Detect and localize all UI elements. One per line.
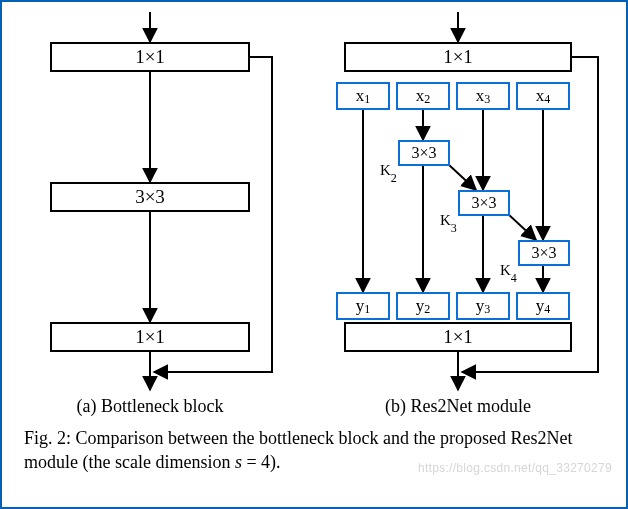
conv-label: 1×1 [135, 46, 165, 68]
conv-label: 1×1 [443, 326, 473, 348]
idx: 4 [544, 302, 550, 317]
idx: 1 [364, 92, 370, 107]
conv-label: 1×1 [135, 326, 165, 348]
subcaption-a: (a) Bottleneck block [20, 396, 280, 417]
conv-label: 3×3 [411, 144, 436, 162]
concat-y2: y2 [396, 292, 450, 320]
conv-1x1-top: 1×1 [50, 42, 250, 72]
split-x4: x4 [516, 82, 570, 110]
conv-3x3-k3: 3×3 [458, 190, 510, 216]
diagram-row: 1×1 3×3 1×1 (a) Bottleneck block [12, 12, 616, 412]
conv-3x3-k2: 3×3 [398, 140, 450, 166]
conv-3x3-k4: 3×3 [518, 240, 570, 266]
conv-1x1-top: 1×1 [344, 42, 572, 72]
label-k2: K2 [380, 162, 397, 183]
label-k4: K4 [500, 262, 517, 283]
idx: 2 [424, 302, 430, 317]
panel-b: 1×1 x1 x2 x3 x4 3×3 K2 3×3 K3 3×3 K4 y1 … [308, 12, 608, 412]
subcaption-b: (b) Res2Net module [308, 396, 608, 417]
var-x: x [536, 86, 545, 106]
var-x: x [416, 86, 425, 106]
split-x3: x3 [456, 82, 510, 110]
conv-label: 1×1 [443, 46, 473, 68]
idx: 2 [424, 92, 430, 107]
var-y: y [536, 296, 545, 316]
panel-a: 1×1 3×3 1×1 (a) Bottleneck block [20, 12, 280, 412]
concat-y3: y3 [456, 292, 510, 320]
label-k3: K3 [440, 212, 457, 233]
watermark: https://blog.csdn.net/qq_33270279 [418, 461, 612, 475]
idx: 3 [484, 92, 490, 107]
var-y: y [416, 296, 425, 316]
conv-1x1-bottom: 1×1 [50, 322, 250, 352]
idx: 3 [484, 302, 490, 317]
conv-label: 3×3 [471, 194, 496, 212]
split-x2: x2 [396, 82, 450, 110]
split-x1: x1 [336, 82, 390, 110]
concat-y4: y4 [516, 292, 570, 320]
caption-eq: = 4). [242, 452, 281, 472]
conv-3x3: 3×3 [50, 182, 250, 212]
var-y: y [356, 296, 365, 316]
conv-label: 3×3 [531, 244, 556, 262]
caption-var: s [235, 452, 242, 472]
var-y: y [476, 296, 485, 316]
concat-y1: y1 [336, 292, 390, 320]
panel-a-wires [20, 12, 280, 412]
conv-1x1-bottom: 1×1 [344, 322, 572, 352]
idx: 4 [544, 92, 550, 107]
var-x: x [476, 86, 485, 106]
figure-frame: 1×1 3×3 1×1 (a) Bottleneck block [0, 0, 628, 509]
var-x: x [356, 86, 365, 106]
idx: 1 [364, 302, 370, 317]
conv-label: 3×3 [135, 186, 165, 208]
